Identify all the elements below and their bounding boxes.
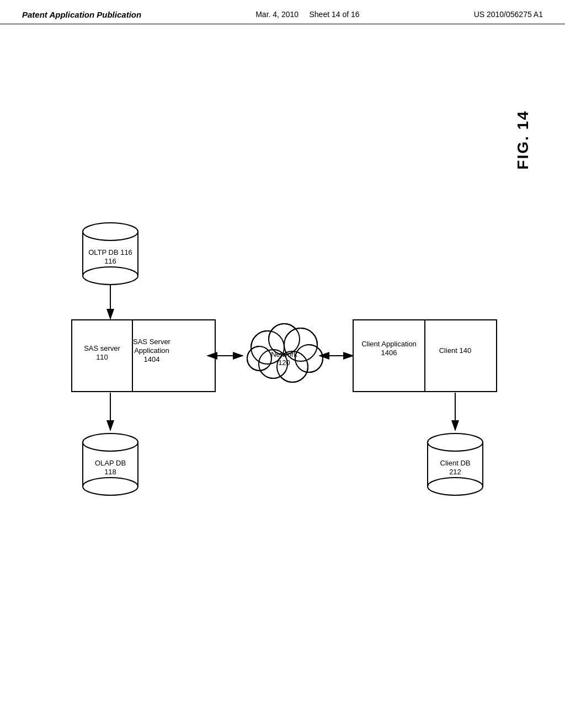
oltp-db-node: OLTP DB 116 116 xyxy=(83,223,138,285)
sas-combined-box: SAS server 110 SAS Server Application 14… xyxy=(72,320,215,392)
svg-text:Network: Network xyxy=(271,350,297,358)
svg-point-42 xyxy=(428,433,483,451)
client-combined-box: Client Application 1406 Client 140 xyxy=(353,320,497,392)
svg-point-2 xyxy=(83,267,138,285)
svg-text:120: 120 xyxy=(278,358,290,367)
svg-text:Client DB: Client DB xyxy=(440,459,471,467)
publication-title: Patent Application Publication xyxy=(22,10,141,19)
svg-text:Application: Application xyxy=(134,346,169,355)
svg-text:116: 116 xyxy=(104,257,116,265)
svg-text:212: 212 xyxy=(449,468,461,476)
sheet-info: Sheet 14 of 16 xyxy=(309,10,359,19)
network-cloud: Network 120 xyxy=(247,324,323,382)
client-db-node: Client DB 212 xyxy=(428,433,483,495)
svg-text:118: 118 xyxy=(104,468,116,476)
svg-point-43 xyxy=(428,478,483,495)
svg-text:1404: 1404 xyxy=(144,355,160,363)
svg-text:110: 110 xyxy=(96,353,108,361)
svg-text:1406: 1406 xyxy=(381,349,397,357)
svg-text:Client 140: Client 140 xyxy=(439,346,472,355)
svg-point-1 xyxy=(83,223,138,240)
svg-point-16 xyxy=(83,478,138,495)
patent-number: US 2010/056275 A1 xyxy=(474,10,543,19)
svg-text:OLTP DB
116: OLTP DB 116 xyxy=(88,248,132,256)
svg-text:OLAP DB: OLAP DB xyxy=(95,459,126,467)
svg-text:Client Application: Client Application xyxy=(361,340,417,348)
header-date-sheet: Mar. 4, 2010 Sheet 14 of 16 xyxy=(255,10,359,19)
publication-date: Mar. 4, 2010 xyxy=(255,10,299,19)
page-header: Patent Application Publication Mar. 4, 2… xyxy=(0,0,565,24)
svg-text:SAS server: SAS server xyxy=(84,344,120,352)
svg-point-15 xyxy=(83,433,138,451)
svg-text:SAS Server: SAS Server xyxy=(133,338,171,346)
olap-db-node: OLAP DB 118 xyxy=(83,433,138,495)
diagram-svg: OLTP DB 116 116 SAS server 110 SAS Serve… xyxy=(28,193,535,579)
figure-label: FIG. 14 xyxy=(514,110,532,169)
